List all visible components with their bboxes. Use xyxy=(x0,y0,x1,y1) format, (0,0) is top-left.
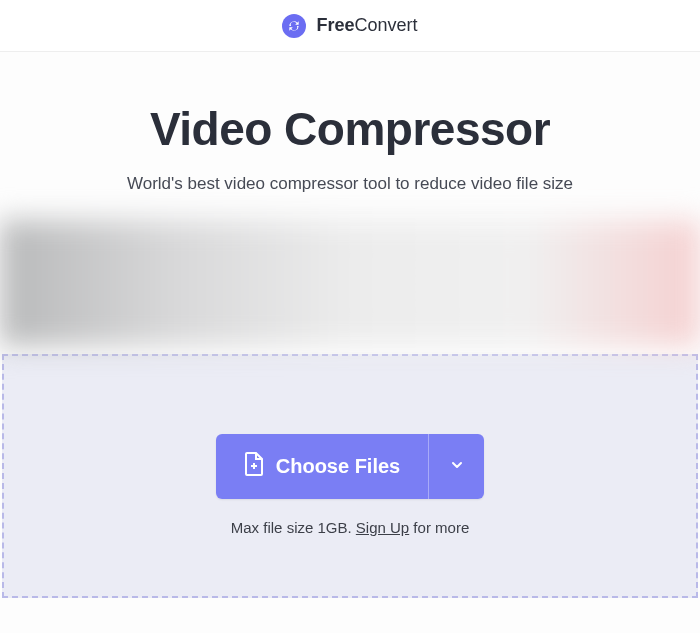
page-title: Video Compressor xyxy=(20,102,680,156)
choose-files-button[interactable]: Choose Files xyxy=(216,434,428,499)
choose-files-dropdown[interactable] xyxy=(428,434,484,499)
max-suffix-text: for more xyxy=(409,519,469,536)
file-add-icon xyxy=(244,452,264,481)
chevron-down-icon xyxy=(449,457,465,476)
signup-link[interactable]: Sign Up xyxy=(356,519,409,536)
brand-logo[interactable]: FreeConvert xyxy=(282,14,417,38)
site-header: FreeConvert xyxy=(0,0,700,52)
max-file-size-note: Max file size 1GB. Sign Up for more xyxy=(24,519,676,536)
choose-files-group: Choose Files xyxy=(216,434,484,499)
page-subtitle: World's best video compressor tool to re… xyxy=(20,174,680,194)
brand-name: FreeConvert xyxy=(316,15,417,36)
hero-section: Video Compressor World's best video comp… xyxy=(0,52,700,214)
max-prefix-text: Max file size 1GB. xyxy=(231,519,356,536)
convert-icon xyxy=(282,14,306,38)
ad-placeholder xyxy=(0,220,700,346)
choose-files-label: Choose Files xyxy=(276,455,400,478)
upload-dropzone[interactable]: Choose Files Max file size 1GB. Sign Up … xyxy=(2,354,698,598)
